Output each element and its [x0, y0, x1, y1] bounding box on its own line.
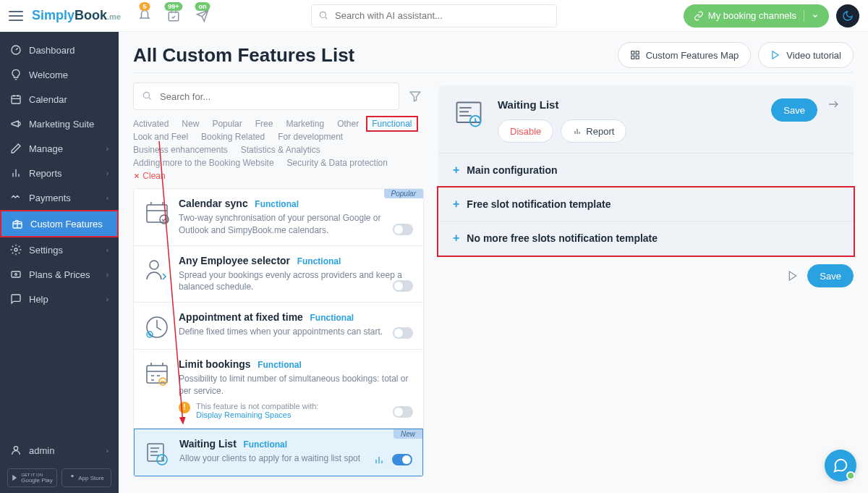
filter-security-data-protection[interactable]: Security & Data protection [287, 158, 388, 168]
feature-toggle[interactable] [393, 224, 413, 235]
feature-icon [145, 441, 171, 467]
feature-card-waiting-list[interactable]: New Waiting List Functional Allow your c… [134, 429, 423, 476]
svg-rect-2 [631, 51, 634, 54]
filter-adding-more-to-the-booking-website[interactable]: Adding more to the Booking Website [133, 158, 274, 168]
filter-for-development[interactable]: For development [278, 132, 343, 142]
expand-icon: + [453, 164, 459, 177]
sidebar-item-label: Help [29, 294, 48, 305]
moon-icon [842, 10, 854, 22]
feature-card-appointment-at-fixed-time[interactable]: Appointment at fixed time Functional Def… [134, 303, 423, 350]
feature-search[interactable] [133, 83, 399, 110]
svg-rect-4 [631, 56, 634, 59]
sidebar: DashboardWelcomeCalendarMarketing SuiteM… [0, 32, 119, 493]
chevron-right-icon: › [106, 169, 109, 177]
filter-functional[interactable]: Functional [366, 116, 417, 132]
filter-look-and-feel[interactable]: Look and Feel [133, 132, 188, 142]
chat-bubble[interactable] [825, 450, 856, 481]
sidebar-item-calendar[interactable]: Calendar [0, 87, 119, 111]
feature-toggle[interactable] [392, 454, 412, 465]
filter-booking-related[interactable]: Booking Related [201, 132, 265, 142]
sidebar-item-label: Marketing Suite [29, 119, 94, 130]
config-label: No more free slots notification template [467, 232, 658, 244]
svg-point-16 [14, 447, 17, 450]
sidebar-item-label: Plans & Prices [29, 269, 90, 280]
chevron-right-icon: › [106, 145, 109, 153]
barchart-icon[interactable] [373, 454, 385, 465]
feature-toggle[interactable] [393, 280, 413, 292]
sidebar-item-help[interactable]: Help› [0, 287, 119, 311]
sidebar-item-custom-features[interactable]: Custom Features [0, 210, 119, 237]
video-tutorial-button[interactable]: Video tutorial [758, 42, 854, 68]
filter-free[interactable]: Free [255, 119, 273, 129]
filter-new[interactable]: New [182, 119, 199, 129]
incompat-link[interactable]: Display Remaining Spaces [196, 410, 318, 419]
global-search-input[interactable] [311, 4, 557, 28]
sidebar-item-welcome[interactable]: Welcome [0, 62, 119, 87]
bell-icon[interactable]: 5 [138, 9, 151, 22]
bell-badge: 5 [139, 2, 150, 11]
svg-rect-5 [636, 56, 639, 59]
logo-part1: Simply [32, 8, 75, 22]
filter-activated[interactable]: Activated [133, 119, 169, 129]
send-icon[interactable]: on [196, 9, 209, 22]
logo-part2: Book [75, 8, 107, 22]
sidebar-item-dashboard[interactable]: Dashboard [0, 38, 119, 62]
logo[interactable]: SimplyBook.me [32, 8, 121, 23]
user-icon [10, 444, 22, 456]
config-item-main-configuration[interactable]: +Main configuration [438, 153, 854, 187]
chat-icon [833, 458, 848, 473]
save-button-top[interactable]: Save [771, 98, 817, 122]
sidebar-item-payments[interactable]: Payments› [0, 185, 119, 210]
feature-tag: Functional [258, 360, 302, 370]
app-store-badge[interactable]: App Store [61, 468, 111, 487]
svg-rect-14 [12, 271, 20, 277]
sidebar-item-reports[interactable]: Reports› [0, 161, 119, 185]
svg-point-20 [150, 261, 158, 269]
filter-marketing[interactable]: Marketing [286, 119, 324, 129]
svg-rect-25 [148, 444, 163, 461]
disable-button[interactable]: Disable [498, 119, 553, 143]
theme-toggle[interactable] [836, 4, 859, 28]
sidebar-item-label: Manage [29, 143, 63, 154]
svg-rect-3 [636, 51, 639, 54]
page-title: All Custom Features List [133, 44, 618, 67]
sidebar-item-manage[interactable]: Manage› [0, 136, 119, 161]
play-icon[interactable] [787, 270, 799, 282]
feature-toggle[interactable] [393, 406, 413, 418]
sidebar-item-settings[interactable]: Settings› [0, 237, 119, 262]
features-map-button[interactable]: Custom Features Map [618, 42, 752, 68]
feature-search-input[interactable] [133, 83, 399, 110]
svg-point-13 [14, 248, 17, 251]
global-search[interactable] [311, 4, 557, 28]
card-badge: New [393, 429, 422, 439]
feature-card-any-employee-selector[interactable]: Any Employee selector Functional Spread … [134, 246, 423, 303]
sidebar-item-plans-&-prices[interactable]: Plans & Prices› [0, 262, 119, 287]
search-icon [142, 90, 152, 101]
chevron-right-icon: › [106, 295, 109, 303]
config-item-no-more-free-slots-notification-template[interactable]: +No more free slots notification templat… [438, 222, 854, 256]
collapse-icon[interactable] [827, 98, 839, 110]
config-label: Main configuration [467, 164, 557, 176]
feature-card-calendar-sync[interactable]: Popular Calendar sync Functional Two-way… [134, 189, 423, 246]
google-play-badge[interactable]: GET IT ONGoogle Play [7, 468, 57, 487]
barchart-icon [10, 167, 22, 179]
filter-other[interactable]: Other [337, 119, 359, 129]
calendar-check-icon[interactable]: 99+ [167, 9, 180, 22]
filter-popular[interactable]: Popular [212, 119, 242, 129]
menu-toggle[interactable] [9, 11, 23, 21]
sidebar-item-admin[interactable]: admin › [0, 438, 119, 463]
feature-list: Popular Calendar sync Functional Two-way… [133, 188, 424, 477]
filter-clean[interactable]: Clean [133, 171, 166, 181]
filter-business-enhancements[interactable]: Business enhancements [133, 145, 228, 155]
calendar-badge: 99+ [164, 2, 182, 11]
filter-icon[interactable] [407, 88, 424, 105]
feature-card-limit-bookings[interactable]: Limit bookings Functional Possibility to… [134, 350, 423, 429]
sidebar-item-marketing-suite[interactable]: Marketing Suite [0, 111, 119, 136]
report-button[interactable]: Report [561, 119, 626, 143]
feature-toggle[interactable] [393, 327, 413, 339]
filter-tags: ActivatedNewPopularFreeMarketingOtherFun… [133, 117, 424, 188]
config-item-free-slot-notification-template[interactable]: +Free slot notification template [438, 187, 854, 222]
booking-channels-button[interactable]: My booking channels [684, 4, 829, 28]
filter-statistics-analytics[interactable]: Statistics & Analytics [241, 145, 320, 155]
save-button-bottom[interactable]: Save [807, 264, 854, 287]
